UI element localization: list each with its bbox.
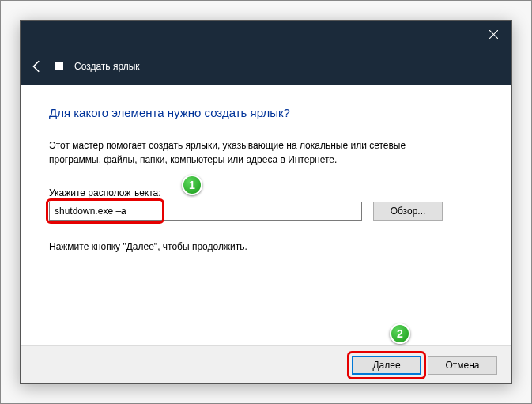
location-label: Укажите располож ъекта:	[49, 187, 483, 198]
content-area: Для какого элемента нужно создать ярлык?…	[21, 85, 511, 345]
shortcut-icon	[55, 62, 63, 70]
header-title: Создать ярлык	[74, 61, 140, 72]
next-wrap: Далее	[352, 356, 421, 375]
annotation-badge-1: 1	[182, 175, 202, 195]
close-icon	[489, 30, 498, 39]
wizard-header: Создать ярлык	[21, 47, 511, 85]
annotation-badge-2: 2	[390, 323, 410, 344]
page-heading: Для какого элемента нужно создать ярлык?	[49, 106, 483, 119]
dialog-window: Создать ярлык Для какого элемента нужно …	[20, 20, 512, 384]
titlebar	[21, 21, 511, 47]
arrow-left-icon	[30, 59, 44, 74]
next-button[interactable]: Далее	[352, 356, 421, 375]
page-description: Этот мастер помогает создать ярлыки, ука…	[49, 138, 460, 167]
location-input[interactable]	[49, 202, 362, 221]
cancel-button[interactable]: Отмена	[428, 356, 497, 375]
hint-text: Нажмите кнопку "Далее", чтобы продолжить…	[49, 241, 483, 252]
footer: Далее Отмена	[21, 345, 511, 383]
close-button[interactable]	[475, 21, 511, 47]
back-button[interactable]	[30, 59, 44, 74]
location-row: Обзор...	[49, 202, 483, 221]
screenshot-frame: Создать ярлык Для какого элемента нужно …	[0, 0, 532, 404]
browse-button[interactable]: Обзор...	[373, 202, 443, 221]
